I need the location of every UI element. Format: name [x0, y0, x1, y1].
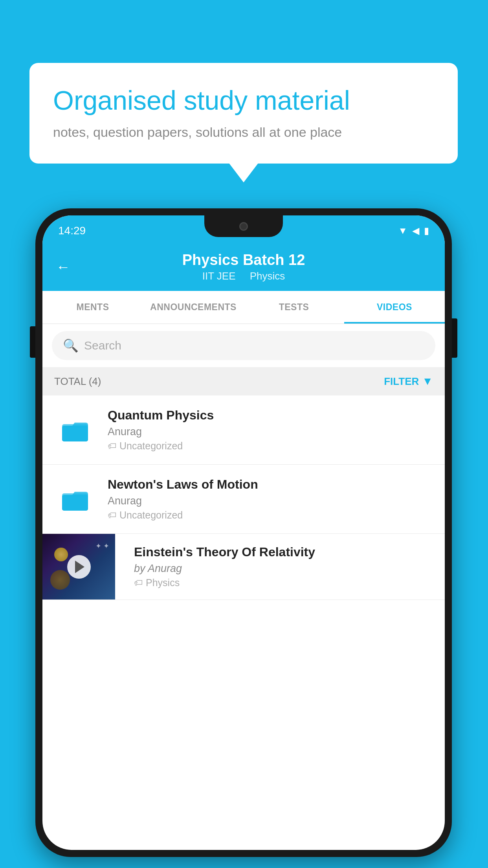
- phone-mockup: 14:29 ▼ ◀ ▮ ← Physics Batch 12 IIT JEE P…: [35, 208, 452, 857]
- list-item[interactable]: Newton's Laws of Motion Anurag 🏷 Uncateg…: [42, 465, 445, 534]
- planet-decoration: [50, 570, 70, 590]
- total-label: TOTAL (4): [54, 375, 101, 388]
- video-title-2: Newton's Laws of Motion: [108, 477, 434, 492]
- video-info-1: Quantum Physics Anurag 🏷 Uncategorized: [108, 408, 434, 452]
- speech-bubble: Organised study material notes, question…: [29, 63, 458, 164]
- filter-label: FILTER: [384, 375, 419, 388]
- video-tag-1: 🏷 Uncategorized: [108, 440, 434, 452]
- play-triangle-icon: [75, 561, 84, 573]
- video-author-3: by Anurag: [134, 563, 437, 575]
- header-title: Physics Batch 12: [182, 252, 305, 268]
- header-subtitle: IIT JEE Physics: [202, 270, 285, 282]
- tag-label-1: Uncategorized: [119, 440, 183, 452]
- filter-row: TOTAL (4) FILTER ▼: [42, 367, 445, 395]
- tab-ments[interactable]: MENTS: [42, 291, 143, 324]
- stars-decoration: ✦ ✦: [95, 542, 109, 550]
- tab-videos[interactable]: VIDEOS: [344, 291, 445, 324]
- camera-notch: [239, 222, 248, 231]
- app-header: ← Physics Batch 12 IIT JEE Physics: [42, 243, 445, 291]
- tag-label-2: Uncategorized: [119, 509, 183, 521]
- play-button-3[interactable]: [67, 555, 91, 579]
- battery-icon: ▮: [424, 225, 429, 236]
- status-time: 14:29: [58, 224, 86, 237]
- tab-tests[interactable]: TESTS: [244, 291, 344, 324]
- signal-icon: ◀: [412, 225, 419, 236]
- folder-icon: [61, 417, 89, 443]
- video-tag-3: 🏷 Physics: [134, 577, 437, 588]
- bubble-subtitle: notes, question papers, solutions all at…: [53, 125, 434, 140]
- folder-icon-2: [61, 486, 89, 512]
- video-author-2: Anurag: [108, 495, 434, 507]
- header-subtitle-physics: Physics: [250, 270, 285, 282]
- video-author-1: Anurag: [108, 426, 434, 438]
- tab-announcements[interactable]: ANNOUNCEMENTS: [143, 291, 244, 324]
- search-icon: 🔍: [63, 338, 79, 353]
- video-tag-2: 🏷 Uncategorized: [108, 509, 434, 521]
- search-input-wrapper[interactable]: 🔍 Search: [52, 331, 435, 360]
- tabs-container: MENTS ANNOUNCEMENTS TESTS VIDEOS: [42, 291, 445, 324]
- bubble-title: Organised study material: [53, 85, 434, 117]
- video-title-3: Einstein's Theory Of Relativity: [134, 545, 437, 559]
- tag-icon-2: 🏷: [108, 510, 116, 520]
- status-icons: ▼ ◀ ▮: [398, 225, 429, 236]
- wifi-icon: ▼: [398, 225, 407, 236]
- search-container: 🔍 Search: [42, 324, 445, 367]
- phone-notch: [204, 215, 283, 237]
- video-thumb-2: [53, 486, 97, 512]
- video-list: Quantum Physics Anurag 🏷 Uncategorized: [42, 395, 445, 600]
- tag-icon-1: 🏷: [108, 441, 116, 451]
- speech-bubble-container: Organised study material notes, question…: [29, 63, 458, 164]
- filter-funnel-icon: ▼: [422, 375, 433, 388]
- phone-inner: 14:29 ▼ ◀ ▮ ← Physics Batch 12 IIT JEE P…: [42, 215, 445, 850]
- video-title-1: Quantum Physics: [108, 408, 434, 423]
- list-item[interactable]: Quantum Physics Anurag 🏷 Uncategorized: [42, 395, 445, 465]
- tag-label-3: Physics: [146, 577, 180, 588]
- video-thumb-1: [53, 417, 97, 443]
- list-item[interactable]: ✦ ✦ Einstein's Theory Of Relativity by A…: [42, 534, 445, 600]
- filter-button[interactable]: FILTER ▼: [384, 375, 433, 388]
- back-button[interactable]: ←: [56, 259, 70, 275]
- search-placeholder: Search: [84, 339, 121, 352]
- video-info-3: Einstein's Theory Of Relativity by Anura…: [126, 534, 445, 600]
- phone-outer: 14:29 ▼ ◀ ▮ ← Physics Batch 12 IIT JEE P…: [35, 208, 452, 857]
- header-subtitle-iitjee: IIT JEE: [202, 270, 236, 282]
- video-thumbnail-3: ✦ ✦: [42, 534, 115, 600]
- tag-icon-3: 🏷: [134, 578, 143, 588]
- video-info-2: Newton's Laws of Motion Anurag 🏷 Uncateg…: [108, 477, 434, 521]
